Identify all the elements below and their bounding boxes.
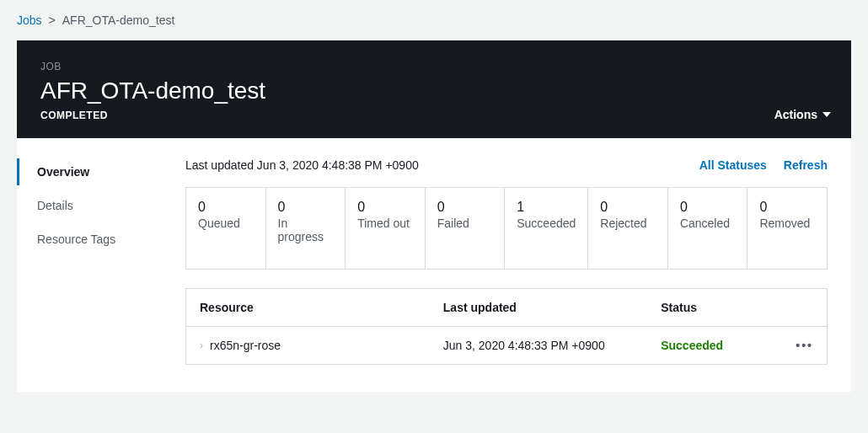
th-status: Status bbox=[647, 289, 775, 326]
th-last-updated: Last updated bbox=[430, 289, 647, 326]
stat-value: 0 bbox=[680, 200, 736, 215]
stat-value: 1 bbox=[517, 200, 576, 215]
stat-in-progress[interactable]: 0 In progress bbox=[266, 188, 346, 269]
stat-value: 0 bbox=[600, 200, 656, 215]
stat-label: Rejected bbox=[600, 216, 656, 230]
actions-label: Actions bbox=[774, 108, 817, 121]
resource-name: rx65n-gr-rose bbox=[210, 339, 281, 352]
stat-label: Timed out bbox=[357, 216, 413, 230]
stat-label: Removed bbox=[759, 216, 815, 230]
th-resource: Resource bbox=[186, 289, 430, 326]
stat-label: Canceled bbox=[680, 216, 736, 230]
stat-succeeded[interactable]: 1 Succeeded bbox=[505, 188, 588, 269]
stat-failed[interactable]: 0 Failed bbox=[426, 188, 506, 269]
stat-label: Failed bbox=[437, 216, 493, 230]
stat-value: 0 bbox=[759, 200, 815, 215]
td-resource[interactable]: › rx65n-gr-rose bbox=[186, 327, 430, 364]
job-header-panel: JOB AFR_OTA-demo_test COMPLETED Actions bbox=[17, 40, 851, 138]
stat-value: 0 bbox=[437, 200, 493, 215]
stats-row: 0 Queued 0 In progress 0 Timed out 0 Fai… bbox=[185, 187, 828, 270]
breadcrumb-separator: > bbox=[49, 13, 56, 27]
job-status-label: COMPLETED bbox=[40, 110, 828, 121]
td-actions: ••• bbox=[775, 327, 827, 364]
chevron-down-icon bbox=[822, 110, 831, 119]
stat-value: 0 bbox=[278, 200, 334, 215]
stat-canceled[interactable]: 0 Canceled bbox=[668, 188, 748, 269]
stat-label: Queued bbox=[198, 216, 254, 230]
th-actions bbox=[775, 296, 827, 319]
td-status: Succeeded bbox=[647, 327, 775, 364]
last-updated-text: Last updated Jun 3, 2020 4:48:38 PM +090… bbox=[185, 158, 419, 172]
sidebar: Overview Details Resource Tags bbox=[17, 138, 169, 392]
breadcrumb-root[interactable]: Jobs bbox=[17, 13, 42, 27]
all-statuses-link[interactable]: All Statuses bbox=[699, 158, 767, 172]
stat-value: 0 bbox=[198, 200, 254, 215]
stat-label: Succeeded bbox=[517, 216, 576, 230]
actions-dropdown-button[interactable]: Actions bbox=[774, 108, 831, 121]
overview-header: Last updated Jun 3, 2020 4:48:38 PM +090… bbox=[185, 158, 828, 172]
breadcrumb-current: AFR_OTA-demo_test bbox=[62, 13, 175, 27]
resource-table: Resource Last updated Status › rx65n-gr-… bbox=[185, 288, 828, 365]
main-panel: Last updated Jun 3, 2020 4:48:38 PM +090… bbox=[169, 138, 851, 392]
td-last-updated: Jun 3, 2020 4:48:33 PM +0900 bbox=[430, 327, 647, 364]
stat-value: 0 bbox=[357, 200, 413, 215]
breadcrumb: Jobs > AFR_OTA-demo_test bbox=[17, 13, 851, 27]
page-title: AFR_OTA-demo_test bbox=[40, 78, 828, 104]
sidebar-item-details[interactable]: Details bbox=[17, 192, 169, 219]
header-eyebrow: JOB bbox=[40, 61, 828, 72]
more-actions-icon[interactable]: ••• bbox=[796, 339, 813, 352]
content-area: Overview Details Resource Tags Last upda… bbox=[17, 138, 851, 392]
stat-label: In progress bbox=[278, 216, 334, 243]
sidebar-item-resource-tags[interactable]: Resource Tags bbox=[17, 226, 169, 253]
table-row: › rx65n-gr-rose Jun 3, 2020 4:48:33 PM +… bbox=[186, 327, 827, 364]
stat-timed-out[interactable]: 0 Timed out bbox=[346, 188, 426, 269]
stat-queued[interactable]: 0 Queued bbox=[186, 188, 266, 269]
stat-rejected[interactable]: 0 Rejected bbox=[588, 188, 668, 269]
table-header: Resource Last updated Status bbox=[186, 289, 827, 327]
stat-removed[interactable]: 0 Removed bbox=[747, 188, 827, 269]
refresh-link[interactable]: Refresh bbox=[784, 158, 828, 172]
sidebar-item-overview[interactable]: Overview bbox=[17, 158, 169, 185]
overview-header-links: All Statuses Refresh bbox=[699, 158, 828, 172]
chevron-right-icon[interactable]: › bbox=[200, 339, 203, 351]
